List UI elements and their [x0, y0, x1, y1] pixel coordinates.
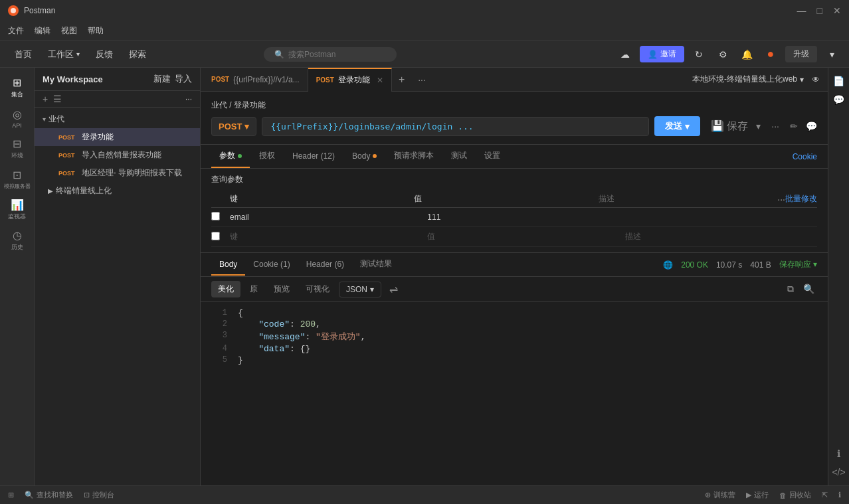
invite-button[interactable]: 👤 邀请 [640, 46, 684, 62]
right-panel-code-icon[interactable]: </> [831, 464, 847, 480]
menu-view[interactable]: 视图 [61, 25, 77, 37]
statusbar-expand[interactable]: ⇱ [822, 491, 828, 499]
statusbar-info[interactable]: ℹ [838, 491, 841, 499]
tree-item-area-report[interactable]: POST 地区经理- 导购明细报表下载 [35, 164, 200, 182]
menu-help[interactable]: 帮助 [88, 25, 104, 37]
collection-panel: My Workspace 新建 导入 + ☰ ··· ▾ 业代 POST 登录功… [35, 68, 201, 485]
tree-item-login[interactable]: POST 登录功能 [35, 128, 200, 146]
import-button[interactable]: 导入 [175, 73, 192, 85]
resp-tab-header[interactable]: Header (6) [298, 254, 352, 276]
sidebar-item-collection[interactable]: ⊞ 集合 [3, 73, 32, 102]
more-tabs-button[interactable]: ··· [411, 74, 432, 85]
right-panel-comment-icon[interactable]: 💬 [831, 92, 847, 108]
cookie-link[interactable]: Cookie [793, 152, 817, 161]
search-input[interactable] [288, 50, 381, 59]
nav-explore[interactable]: 探索 [122, 46, 153, 63]
nav-home[interactable]: 首页 [8, 46, 39, 63]
sidebar-item-env[interactable]: ⊟ 环境 [3, 134, 32, 163]
sync-icon[interactable]: ☁ [616, 45, 634, 64]
param-key-placeholder[interactable]: 键 [225, 231, 422, 242]
right-panel-info-icon[interactable]: ℹ [831, 446, 847, 462]
req-tab-header[interactable]: Header (12) [284, 146, 343, 167]
add-icon[interactable]: + [43, 94, 48, 104]
req-tab-settings[interactable]: 设置 [476, 145, 508, 168]
req-tab-tests[interactable]: 测试 [443, 145, 475, 168]
settings-icon[interactable]: ⚙ [713, 45, 732, 64]
sidebar-item-mock[interactable]: ⊡ 模拟服务器 [3, 165, 32, 194]
avatar-icon[interactable]: ● [761, 45, 780, 64]
statusbar-run[interactable]: ▶ 运行 [746, 490, 769, 500]
format-tab-raw[interactable]: 原 [243, 281, 264, 297]
save-response-button[interactable]: 保存响应 ▾ [779, 259, 817, 270]
statusbar-training[interactable]: ⊕ 训练营 [705, 490, 735, 500]
params-header-row: 键 值 描述 ··· 批量修改 [211, 191, 817, 208]
tab-login[interactable]: POST 登录功能 ✕ [308, 68, 392, 92]
save-button[interactable]: 💾 保存 [711, 120, 748, 133]
refresh-icon[interactable]: ↻ [690, 45, 708, 64]
statusbar-trash[interactable]: 🗑 回收站 [779, 490, 811, 500]
format-tab-visual[interactable]: 可视化 [299, 281, 336, 297]
send-dropdown-icon: ▾ [685, 122, 690, 131]
upgrade-button[interactable]: 升级 [785, 46, 817, 62]
search-bar[interactable]: 🔍 [264, 47, 397, 62]
sidebar-item-api[interactable]: ◎ API [3, 104, 32, 133]
window-controls[interactable]: — □ ✕ [797, 5, 841, 16]
add-tab-button[interactable]: + [392, 74, 411, 86]
new-collection-button[interactable]: 新建 [153, 73, 171, 85]
tab-url-prefix[interactable]: POST {{urlPrefix}}//v1/a... [203, 68, 308, 92]
more-options-icon[interactable]: ··· [185, 94, 192, 104]
comment-icon[interactable]: 💬 [806, 121, 817, 131]
maximize-button[interactable]: □ [817, 5, 822, 16]
save-more-button[interactable]: ▾ [756, 121, 761, 131]
method-selector[interactable]: POST ▾ [211, 117, 256, 136]
tree-group-header-yedai[interactable]: ▾ 业代 [35, 110, 200, 128]
statusbar-console[interactable]: ⊡ 控制台 [84, 490, 114, 500]
wrap-icon[interactable]: ⇌ [389, 283, 398, 295]
format-type-selector[interactable]: JSON ▾ [339, 282, 381, 297]
params-more-button[interactable]: ··· [777, 194, 785, 205]
url-input[interactable]: {{urlPrefix}}/loginbase/admin/login ... [262, 117, 648, 136]
upgrade-dropdown-icon[interactable]: ▾ [822, 45, 841, 64]
env-selector[interactable]: 本地环境-终端销量线上化web ▾ 👁 [684, 74, 828, 85]
req-tab-auth[interactable]: 授权 [251, 145, 283, 168]
nav-workspace[interactable]: 工作区 ▾ [41, 46, 86, 63]
edit-icon[interactable]: ✏ [790, 121, 798, 131]
copy-icon[interactable]: ⧉ [785, 281, 797, 297]
filter-icon[interactable]: ☰ [53, 94, 62, 104]
resp-tab-body[interactable]: Body [211, 254, 245, 276]
tab-method-badge: POST [316, 76, 334, 84]
search-response-icon[interactable]: 🔍 [801, 281, 817, 297]
tree-item-import-report[interactable]: POST 导入自然销量报表功能 [35, 146, 200, 164]
right-panel-docs-icon[interactable]: 📄 [831, 73, 847, 89]
sub-group-terminal[interactable]: ▶ 终端销量线上化 [35, 182, 200, 200]
minimize-button[interactable]: — [797, 5, 806, 16]
bell-icon[interactable]: 🔔 [737, 45, 756, 64]
nav-feedback[interactable]: 反馈 [89, 46, 120, 63]
menu-edit[interactable]: 编辑 [35, 25, 50, 37]
sidebar-item-monitor[interactable]: 📊 监视器 [3, 195, 32, 224]
more-options-button[interactable]: ··· [771, 121, 779, 131]
param-checkbox[interactable] [211, 212, 220, 220]
breadcrumb-current: 登录功能 [234, 100, 266, 110]
req-tab-pre-request[interactable]: 预请求脚本 [386, 145, 442, 168]
env-eye-icon[interactable]: 👁 [812, 75, 820, 84]
format-tab-preview[interactable]: 预览 [267, 281, 296, 297]
param-desc-placeholder[interactable]: 描述 [620, 231, 817, 242]
sidebar-item-history[interactable]: ◷ 历史 [3, 226, 32, 255]
batch-edit-button[interactable]: 批量修改 [785, 193, 817, 205]
tab-close-button[interactable]: ✕ [377, 76, 383, 85]
req-tab-body[interactable]: Body [344, 146, 385, 167]
param-value-111[interactable]: 111 [422, 212, 619, 222]
resp-tab-cookie[interactable]: Cookie (1) [245, 254, 298, 276]
resp-tab-test-result[interactable]: 测试结果 [352, 253, 400, 276]
param-key-email[interactable]: email [225, 212, 422, 222]
req-tab-params[interactable]: 参数 [211, 145, 250, 168]
param-checkbox[interactable] [211, 232, 220, 240]
menu-file[interactable]: 文件 [8, 25, 24, 37]
statusbar-find-replace[interactable]: 🔍 查找和替换 [25, 490, 73, 500]
send-button[interactable]: 发送 ▾ [654, 116, 700, 136]
format-tab-beautify[interactable]: 美化 [211, 281, 240, 297]
close-button[interactable]: ✕ [833, 5, 841, 16]
param-value-placeholder[interactable]: 值 [422, 231, 619, 242]
statusbar-layout-toggle[interactable]: ⊞ [8, 491, 14, 499]
